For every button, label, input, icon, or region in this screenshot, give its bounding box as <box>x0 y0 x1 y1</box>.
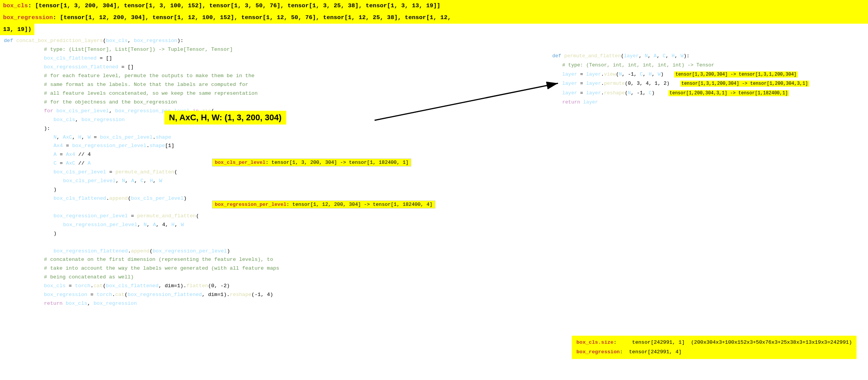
code-permute-cls-close: ) <box>0 186 868 194</box>
box-regression-value: : [tensor[1, 12, 200, 304], tensor[1, 12… <box>53 14 451 21</box>
box-cls-value: : [tensor[1, 3, 200, 304], tensor[1, 3, … <box>28 2 440 9</box>
code-return: return box_cls, box_regression <box>0 299 868 308</box>
code-permute-reg-args: box_regression_per_level, N, A, 4, H, W <box>0 221 868 230</box>
box-regression-label: box_regression <box>3 14 53 21</box>
cls-per-level-annot: box_cls_per_level: tensor[1, 3, 200, 304… <box>212 158 411 167</box>
annot-reshape: tensor[1,200,304,3,1] -> tensor[1,182400… <box>668 90 789 96</box>
bottom-right-annot: box_cls.size: tensor[242991, 1] (200x304… <box>572 336 857 359</box>
right-type-comment: # type: (Tensor, int, int, int, int, int… <box>551 61 864 70</box>
right-view-line: layer = layer.view(N, -1, C, H, W) tenso… <box>551 70 864 79</box>
code-a-line: A = Ax4 // 4 <box>0 150 868 159</box>
code-shape-line: N, AxC, H, W = box_cls_per_level.shape <box>0 133 868 142</box>
highlight-bar-1: box_cls: [tensor[1, 3, 200, 304], tensor… <box>0 0 868 12</box>
code-permute-cls: box_cls_per_level = permute_and_flatten( <box>0 168 868 177</box>
code-append-reg: box_regression_flattened.append(box_regr… <box>0 247 868 256</box>
code-line-def: def concat_box_prediction_layers(box_cls… <box>0 37 868 45</box>
code-permute-reg-close: ) <box>0 230 868 238</box>
code-blank-2 <box>0 238 868 247</box>
big-annotation-label: N, AxC, H, W: (1, 3, 200, 304) <box>164 111 286 125</box>
highlight-bar-2: box_regression: [tensor[1, 12, 200, 304]… <box>0 12 868 24</box>
right-return-line: return layer <box>551 98 864 107</box>
page-container: box_cls: [tensor[1, 3, 200, 304], tensor… <box>0 0 868 380</box>
code-permute-reg: box_regression_per_level = permute_and_f… <box>0 212 868 221</box>
right-func-def: def permute_and_flatten(layer, N, A, C, … <box>551 52 864 61</box>
box-cls-label: box_cls <box>3 2 28 9</box>
code-cat-cls: box_cls = torch.cat(box_cls_flattened, d… <box>0 282 868 291</box>
annot-permute: tensor[1,3,1,200,304] -> tensor[1,200,30… <box>680 81 809 87</box>
right-permute-line: layer = layer.permute(0, 3, 4, 1, 2) ten… <box>551 79 864 88</box>
reg-per-level-annot: box_regression_per_level: tensor[1, 12, … <box>212 201 435 209</box>
code-comment-5: # concatenate on the first dimension (re… <box>0 255 868 264</box>
code-c-line: C = AxC // A <box>0 159 868 168</box>
code-for-line: for box_cls_per_level, box_regression_pe… <box>0 107 868 116</box>
code-comment-7: # being concatenated as well) <box>0 273 868 282</box>
code-for-args: box_cls, box_regression <box>0 116 868 125</box>
highlight-bar-2b: 13, 19]) <box>0 24 34 36</box>
code-comment-6: # take into account the way the labels w… <box>0 264 868 273</box>
box-regression-value-cont: 13, 19]) <box>3 26 31 33</box>
right-reshape-line: layer = layer.reshape(N, -1, C) tensor[1… <box>551 89 864 98</box>
box-cls-size-label: box_cls.size: tensor[242991, 1] (200x304… <box>576 338 852 347</box>
code-permute-cls-args: box_cls_per_level, N, A, C, H, W <box>0 177 868 186</box>
code-cat-reg: box_regression = torch.cat(box_regressio… <box>0 291 868 299</box>
right-panel: def permute_and_flatten(layer, N, A, C, … <box>551 52 864 107</box>
annot-view: tensor[1,3,200,304] -> tensor[1,3,1,200,… <box>674 71 798 78</box>
code-for-close: ): <box>0 125 868 133</box>
code-ax4-line: Ax4 = box_regression_per_level.shape[1] <box>0 142 868 150</box>
box-reg-size-label: box_regression: tensor[242991, 4] <box>576 348 852 357</box>
